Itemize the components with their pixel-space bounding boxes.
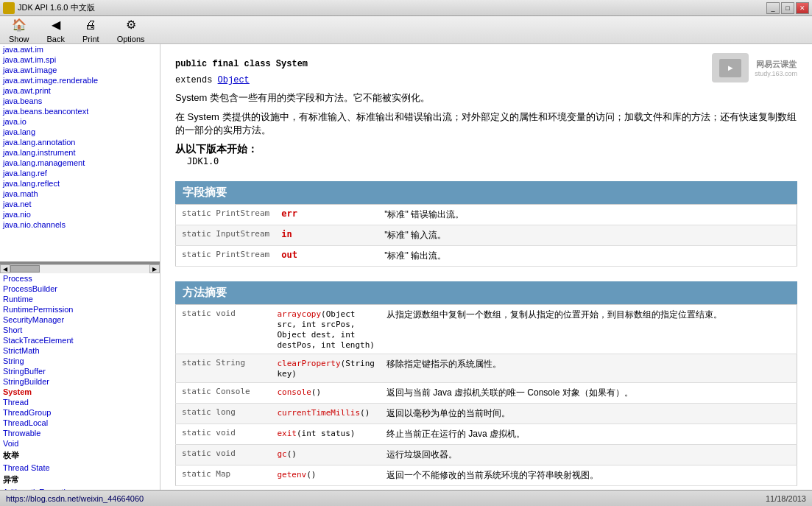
- show-button[interactable]: 🏠 Show: [6, 15, 32, 45]
- sidebar-item[interactable]: ThreadLocal: [0, 418, 160, 428]
- sidebar-item[interactable]: SecurityManager: [0, 315, 160, 325]
- scroll-thumb[interactable]: [10, 265, 40, 273]
- sidebar-horizontal-scrollbar[interactable]: ◀ ▶: [0, 264, 160, 273]
- since-section: 从以下版本开始： JDK1.0: [175, 143, 797, 166]
- method-modifier: static String: [176, 354, 272, 383]
- close-button[interactable]: ✕: [796, 2, 809, 14]
- table-row: static Console console() 返回与当前 Java 虚拟机关…: [176, 383, 797, 404]
- sidebar: java.awt.imjava.awt.im.spijava.awt.image…: [0, 44, 160, 490]
- sidebar-item[interactable]: java.lang.ref: [0, 168, 160, 178]
- options-button[interactable]: ⚙ Options: [114, 15, 148, 45]
- sidebar-item[interactable]: java.nio: [0, 209, 160, 219]
- sidebar-item[interactable]: java.beans.beancontext: [0, 106, 160, 116]
- field-name[interactable]: out: [275, 246, 378, 267]
- sidebar-item[interactable]: ProcessBuilder: [0, 284, 160, 294]
- sidebar-item[interactable]: java.awt.im: [0, 44, 160, 55]
- back-label: Back: [47, 35, 65, 43]
- method-summary-header: 方法摘要: [175, 281, 797, 304]
- watermark: ▶ 网易云课堂 study.163.com: [712, 53, 797, 82]
- toolbar: 🏠 Show ◀ Back 🖨 Print ⚙ Options: [0, 16, 812, 44]
- method-name[interactable]: currentTimeMillis(): [272, 404, 381, 424]
- sidebar-item[interactable]: java.lang.annotation: [0, 137, 160, 147]
- method-modifier: static Map: [176, 465, 272, 486]
- sidebar-item[interactable]: java.lang.management: [0, 158, 160, 168]
- content-area[interactable]: ▶ 网易云课堂 study.163.com public final class…: [160, 44, 812, 490]
- table-row: static void exit(int status) 终止当前正在运行的 J…: [176, 424, 797, 445]
- sidebar-item[interactable]: java.nio.channels: [0, 219, 160, 230]
- options-label: Options: [117, 35, 145, 43]
- sidebar-bottom[interactable]: ProcessProcessBuilderRuntimeRuntimePermi…: [0, 273, 160, 491]
- method-desc: 从指定源数组中复制一个数组，复制从指定的位置开始，到目标数组的指定位置结束。: [381, 305, 797, 354]
- sidebar-item[interactable]: Thread: [0, 397, 160, 407]
- sidebar-item[interactable]: StackTraceElement: [0, 335, 160, 345]
- sidebar-item[interactable]: StringBuilder: [0, 376, 160, 387]
- print-button[interactable]: 🖨 Print: [80, 15, 102, 45]
- method-desc: 移除指定键指示的系统属性。: [381, 354, 797, 383]
- method-name[interactable]: console(): [272, 383, 381, 404]
- method-desc: 返回与当前 Java 虚拟机关联的唯一 Console 对象（如果有）。: [381, 383, 797, 404]
- sidebar-item[interactable]: Process: [0, 273, 160, 284]
- scroll-left-arrow[interactable]: ◀: [0, 264, 10, 273]
- method-name[interactable]: arraycopy(Object src, int srcPos, Object…: [272, 305, 381, 354]
- description2: 在 System 类提供的设施中，有标准输入、标准输出和错误输出流；对外部定义的…: [175, 110, 797, 137]
- method-modifier: static long: [176, 404, 272, 424]
- sidebar-item[interactable]: Throwable: [0, 428, 160, 438]
- object-link[interactable]: Object: [218, 75, 250, 85]
- sidebar-item[interactable]: StringBuffer: [0, 366, 160, 376]
- extends-line: extends Object: [175, 75, 797, 85]
- table-row: static PrintStream out "标准" 输出流。: [176, 246, 797, 267]
- field-desc: "标准" 输入流。: [378, 225, 797, 246]
- field-name[interactable]: err: [275, 205, 378, 225]
- app-icon: [3, 2, 15, 14]
- method-modifier: static void: [176, 424, 272, 445]
- sidebar-item[interactable]: java.awt.image.renderable: [0, 75, 160, 85]
- sidebar-item[interactable]: java.math: [0, 189, 160, 199]
- title-bar: JDK API 1.6.0 中文版 _ □ ✕: [0, 0, 812, 16]
- scroll-right-arrow[interactable]: ▶: [149, 264, 160, 273]
- method-desc: 终止当前正在运行的 Java 虚拟机。: [381, 424, 797, 445]
- sidebar-top[interactable]: java.awt.imjava.awt.im.spijava.awt.image…: [0, 44, 160, 264]
- sidebar-section-enum: 枚举: [0, 449, 160, 463]
- method-name[interactable]: gc(): [272, 445, 381, 465]
- method-name[interactable]: getenv(): [272, 465, 381, 486]
- sidebar-item[interactable]: RuntimePermission: [0, 304, 160, 315]
- maximize-button[interactable]: □: [781, 2, 794, 14]
- sidebar-item[interactable]: java.lang.reflect: [0, 178, 160, 189]
- method-modifier: static Console: [176, 383, 272, 404]
- sidebar-item[interactable]: java.net: [0, 199, 160, 209]
- sidebar-item[interactable]: java.lang: [0, 127, 160, 137]
- sidebar-section-exception: 异常: [0, 473, 160, 487]
- sidebar-item[interactable]: Thread State: [0, 463, 160, 473]
- options-icon: ⚙: [123, 17, 139, 33]
- sidebar-item[interactable]: java.awt.image: [0, 65, 160, 75]
- sidebar-item[interactable]: System: [0, 387, 160, 397]
- sidebar-item[interactable]: Void: [0, 438, 160, 449]
- back-button[interactable]: ◀ Back: [44, 15, 68, 45]
- sidebar-item[interactable]: ThreadGroup: [0, 407, 160, 418]
- sidebar-item[interactable]: Runtime: [0, 294, 160, 304]
- method-modifier: static void: [176, 445, 272, 465]
- method-name[interactable]: exit(int status): [272, 424, 381, 445]
- minimize-button[interactable]: _: [766, 2, 780, 14]
- sidebar-item[interactable]: StrictMath: [0, 345, 160, 356]
- sidebar-item[interactable]: ArithmeticException: [0, 487, 160, 491]
- statusbar-time: 11/18/2013: [766, 494, 806, 503]
- sidebar-item[interactable]: String: [0, 356, 160, 366]
- method-name[interactable]: clearProperty(String key): [272, 354, 381, 383]
- method-summary-table: static void arraycopy(Object src, int sr…: [175, 304, 797, 486]
- print-label: Print: [82, 35, 99, 43]
- print-icon: 🖨: [82, 17, 99, 33]
- field-name[interactable]: in: [275, 225, 378, 246]
- table-row: static String clearProperty(String key) …: [176, 354, 797, 383]
- sidebar-item[interactable]: java.io: [0, 116, 160, 127]
- show-icon: 🏠: [11, 17, 27, 33]
- sidebar-item[interactable]: java.beans: [0, 96, 160, 106]
- sidebar-item[interactable]: java.awt.print: [0, 85, 160, 96]
- extends-text: extends: [175, 75, 218, 85]
- field-summary-table: static PrintStream err "标准" 错误输出流。 stati…: [175, 204, 797, 267]
- since-value: JDK1.0: [187, 156, 219, 166]
- sidebar-item[interactable]: Short: [0, 325, 160, 335]
- sidebar-item[interactable]: java.lang.instrument: [0, 147, 160, 158]
- sidebar-item[interactable]: java.awt.im.spi: [0, 55, 160, 65]
- field-summary-header: 字段摘要: [175, 181, 797, 204]
